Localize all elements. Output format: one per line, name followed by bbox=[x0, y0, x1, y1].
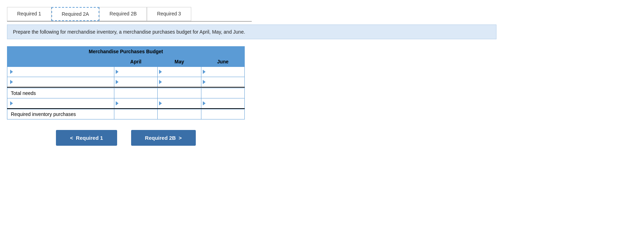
row1-label-cell bbox=[7, 67, 114, 77]
row3-april-arrow-icon bbox=[116, 101, 119, 105]
table-col-header-row: April May June bbox=[7, 57, 245, 67]
row1-may-arrow-icon bbox=[159, 70, 162, 74]
row2-may-arrow-icon bbox=[159, 80, 162, 84]
row1-june-input[interactable] bbox=[207, 68, 243, 75]
row3-june-arrow-icon bbox=[203, 101, 206, 105]
next-arrow-icon: > bbox=[179, 135, 182, 141]
row1-arrow-icon bbox=[10, 70, 13, 74]
table-title: Merchandise Purchases Budget bbox=[7, 47, 245, 57]
row1-april-input[interactable] bbox=[120, 68, 156, 75]
tabs-container: Required 1 Required 2A Required 2B Requi… bbox=[7, 7, 252, 22]
table-title-row: Merchandise Purchases Budget bbox=[7, 47, 245, 57]
total-needs-label: Total needs bbox=[7, 88, 114, 98]
row3-label-input[interactable] bbox=[14, 100, 111, 107]
col-header-label bbox=[7, 57, 114, 67]
col-header-may: May bbox=[158, 57, 201, 67]
row3-april-input[interactable] bbox=[120, 100, 156, 107]
required-inventory-label: Required inventory purchases bbox=[7, 109, 114, 119]
row1-june-arrow-icon bbox=[203, 70, 206, 74]
tab-required2b[interactable]: Required 2B bbox=[99, 7, 147, 21]
total-needs-may bbox=[158, 88, 201, 98]
row2-april-cell bbox=[114, 77, 157, 88]
row3-april-cell bbox=[114, 98, 157, 109]
row1-april-arrow-icon bbox=[116, 70, 119, 74]
prev-button-label: Required 1 bbox=[76, 135, 103, 141]
budget-table: Merchandise Purchases Budget April May J… bbox=[7, 46, 245, 119]
next-button-label: Required 2B bbox=[145, 135, 176, 141]
col-header-june: June bbox=[201, 57, 244, 67]
tab-required1[interactable]: Required 1 bbox=[7, 7, 51, 21]
row1-label-input[interactable] bbox=[14, 68, 111, 75]
row1-june-cell bbox=[201, 67, 244, 77]
row1-april-cell bbox=[114, 67, 157, 77]
row3-may-cell bbox=[158, 98, 201, 109]
prev-arrow-icon: < bbox=[70, 135, 73, 141]
row2-june-arrow-icon bbox=[203, 80, 206, 84]
row3-arrow-icon bbox=[10, 101, 13, 105]
required-inventory-row: Required inventory purchases bbox=[7, 109, 245, 119]
row2-april-arrow-icon bbox=[116, 80, 119, 84]
instruction-text: Prepare the following for merchandise in… bbox=[13, 29, 245, 35]
col-header-april: April bbox=[114, 57, 157, 67]
table-wrapper: Merchandise Purchases Budget April May J… bbox=[7, 46, 245, 119]
row3-june-input[interactable] bbox=[207, 100, 243, 107]
row2-label-input[interactable] bbox=[14, 78, 111, 85]
instruction-banner: Prepare the following for merchandise in… bbox=[7, 25, 496, 39]
tab-required2a[interactable]: Required 2A bbox=[51, 7, 100, 21]
total-needs-row: Total needs bbox=[7, 88, 245, 98]
required-inventory-may bbox=[158, 109, 201, 119]
required-inventory-june bbox=[201, 109, 244, 119]
row2-label-cell bbox=[7, 77, 114, 88]
row1-may-cell bbox=[158, 67, 201, 77]
prev-button[interactable]: < Required 1 bbox=[56, 130, 117, 146]
row2-may-cell bbox=[158, 77, 201, 88]
row3-june-cell bbox=[201, 98, 244, 109]
row2-april-input[interactable] bbox=[120, 78, 156, 85]
row1-may-input[interactable] bbox=[163, 68, 199, 75]
tab-required3[interactable]: Required 3 bbox=[147, 7, 191, 21]
row2-arrow-icon bbox=[10, 80, 13, 84]
row2-june-cell bbox=[201, 77, 244, 88]
row2-may-input[interactable] bbox=[163, 78, 199, 85]
row2-june-input[interactable] bbox=[207, 78, 243, 85]
next-button[interactable]: Required 2B > bbox=[131, 130, 196, 146]
required-inventory-april bbox=[114, 109, 157, 119]
row3-may-arrow-icon bbox=[159, 101, 162, 105]
table-row bbox=[7, 67, 245, 77]
table-row bbox=[7, 98, 245, 109]
nav-buttons: < Required 1 Required 2B > bbox=[7, 130, 245, 146]
total-needs-april bbox=[114, 88, 157, 98]
row3-may-input[interactable] bbox=[163, 100, 199, 107]
table-row bbox=[7, 77, 245, 88]
total-needs-june bbox=[201, 88, 244, 98]
row3-label-cell bbox=[7, 98, 114, 109]
